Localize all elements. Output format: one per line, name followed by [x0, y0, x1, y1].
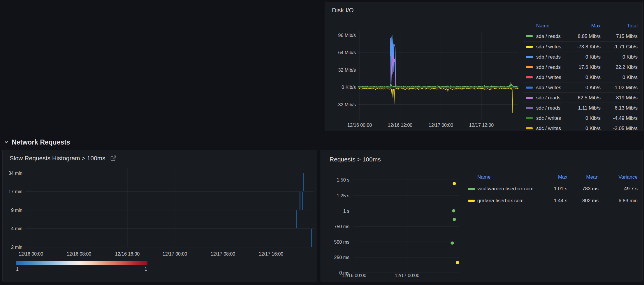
axis-tick-label: 9 min: [11, 208, 22, 213]
section-network-requests[interactable]: Network Requests: [3, 138, 70, 147]
series-max: 0 Kib/s: [585, 113, 601, 123]
legend-row[interactable]: sda / writes-73.8 Kib/s-1.71 Gib/s: [523, 41, 640, 52]
series-total: 22.2 Kib/s: [615, 62, 638, 72]
axis-tick-label: 12/17 16:00: [259, 251, 284, 256]
series-color-swatch: [526, 56, 533, 58]
requests-chart[interactable]: 1.50 s1.25 s1 s750 ms500 ms250 ms0 ms12/…: [321, 150, 642, 281]
axis-tick-label: 1 s: [343, 209, 349, 214]
series-total: 0 Kib/s: [622, 72, 638, 82]
legend-row[interactable]: sda / reads8.85 Mib/s715 Mib/s: [523, 31, 640, 41]
axis-tick-label: 34 min: [8, 171, 22, 176]
chevron-down-icon: [3, 139, 9, 145]
axis-tick-label: 64 Mib/s: [338, 50, 356, 55]
series-color-swatch: [526, 117, 533, 119]
axis-tick-label: 17 min: [8, 189, 22, 194]
series-variance: 49.7 s: [624, 183, 638, 195]
series-variance: 6.83 min: [619, 195, 638, 207]
series-total: -4.49 Mib/s: [613, 113, 638, 123]
series-mean: 783 ms: [582, 183, 599, 195]
color-scale-min: 1: [16, 267, 19, 272]
series-color-swatch: [468, 188, 475, 190]
series-name: sdb / writes: [536, 82, 561, 93]
series-total: -2.05 Mib/s: [613, 123, 638, 131]
heatmap-plot-area[interactable]: [25, 168, 314, 247]
series-color-swatch: [526, 127, 533, 129]
legend-row[interactable]: sdc / reads1.11 Mib/s6.13 Mib/s: [523, 103, 640, 113]
axis-tick-label: 12/17 00:00: [163, 251, 187, 256]
requests-legend: Name Max Mean Variance vaultwarden.tiser…: [465, 171, 641, 206]
series-mean: 802 ms: [582, 195, 599, 207]
axis-tick-label: 12/16 08:00: [67, 251, 92, 256]
axis-tick-label: 750 ms: [334, 224, 349, 229]
series-name: sdc / writes: [536, 123, 561, 131]
axis-tick-label: 250 ms: [334, 255, 349, 260]
dashboard: { "section": { "title": "Network Request…: [0, 0, 644, 285]
series-name: sda / writes: [536, 42, 561, 52]
series-max: 1.11 Mib/s: [578, 103, 601, 113]
legend-row[interactable]: sdb / reads17.6 Kib/s22.2 Kib/s: [523, 62, 640, 72]
legend-row[interactable]: grafana.tiserbox.com1.44 s802 ms6.83 min: [465, 195, 641, 206]
series-color-swatch: [526, 35, 533, 37]
requests-plot-area[interactable]: [353, 176, 459, 273]
series-max: 17.6 Kib/s: [578, 62, 601, 72]
series-total: 6.13 Mib/s: [615, 103, 638, 113]
axis-tick-label: 12/16 00:00: [19, 251, 43, 256]
series-max: 0 Kib/s: [585, 82, 601, 93]
series-total: 819 Mib/s: [616, 93, 638, 103]
series-color-swatch: [526, 66, 533, 68]
disk-legend-header-total[interactable]: Total: [627, 21, 638, 31]
requests-legend-header-max[interactable]: Max: [558, 171, 567, 183]
series-name: sdb / reads: [536, 62, 561, 72]
legend-row[interactable]: sdc / writes0 Kib/s-2.05 Mib/s: [523, 123, 640, 131]
requests-legend-header-mean[interactable]: Mean: [586, 171, 599, 183]
series-total: 715 Mib/s: [616, 31, 638, 41]
series-name: sdc / writes: [536, 113, 561, 123]
series-name: sdc / reads: [536, 93, 560, 103]
disk-legend-header: Name Max Total: [523, 21, 640, 31]
series-color-swatch: [526, 97, 533, 99]
legend-row[interactable]: sdb / writes0 Kib/s-1.02 Mib/s: [523, 82, 640, 92]
series-max: -73.8 Kib/s: [577, 42, 601, 52]
axis-tick-label: 12/17 00:00: [429, 123, 453, 128]
legend-row[interactable]: sdb / writes0 Kib/s0 Kib/s: [523, 72, 640, 82]
series-total: 0 Kib/s: [622, 52, 638, 62]
histogram-panel: Slow Requests Histogram > 100ms 34 min17…: [2, 150, 317, 282]
axis-tick-label: 12/16 00:00: [347, 123, 372, 128]
series-max: 0 Kib/s: [585, 52, 601, 62]
disk-legend-header-max[interactable]: Max: [591, 21, 601, 31]
legend-row[interactable]: vaultwarden.tiserbox.com1.01 s783 ms49.7…: [465, 183, 641, 195]
legend-row[interactable]: sdc / writes0 Kib/s-4.49 Mib/s: [523, 113, 640, 123]
requests-legend-header: Name Max Mean Variance: [465, 171, 641, 183]
series-name: sda / reads: [536, 31, 561, 41]
axis-tick-label: 12/16 12:00: [388, 123, 413, 128]
series-color-swatch: [468, 200, 475, 202]
requests-panel: Requests > 100ms 1.50 s1.25 s1 s750 ms50…: [321, 150, 643, 282]
axis-tick-label: 12/17 00:00: [395, 273, 420, 278]
axis-tick-label: 2 min: [11, 245, 22, 250]
series-name: vaultwarden.tiserbox.com: [477, 183, 534, 195]
disk-legend-header-name[interactable]: Name: [536, 21, 549, 31]
requests-legend-header-variance[interactable]: Variance: [618, 171, 638, 183]
series-name: sdb / reads: [536, 52, 561, 62]
axis-tick-label: 32 Mib/s: [338, 68, 356, 73]
series-name: grafana.tiserbox.com: [477, 195, 524, 207]
series-max: 0 Kib/s: [585, 123, 601, 131]
axis-tick-label: 4 min: [11, 226, 22, 231]
series-total: -1.02 Mib/s: [613, 82, 638, 93]
color-scale-max: 1: [145, 267, 147, 272]
series-max: 1.44 s: [554, 195, 567, 207]
series-color-swatch: [526, 46, 533, 48]
series-total: -1.71 Gib/s: [613, 42, 638, 52]
color-scale-bar: [16, 261, 147, 265]
axis-tick-label: 96 Mib/s: [338, 33, 356, 38]
series-max: 0 Kib/s: [585, 72, 601, 82]
disk-plot-area[interactable]: [358, 31, 518, 120]
series-color-swatch: [526, 107, 533, 109]
legend-row[interactable]: sdc / reads62.5 Mib/s819 Mib/s: [523, 92, 640, 103]
axis-tick-label: 12/16 16:00: [115, 251, 140, 256]
series-max: 62.5 Mib/s: [578, 93, 601, 103]
legend-row[interactable]: sdb / reads0 Kib/s0 Kib/s: [523, 52, 640, 62]
disk-io-panel: Disk I/O 96 Mib/s64 Mib/s32 Mib/s0 Kib/s…: [325, 2, 643, 131]
axis-tick-label: 12/17 12:00: [469, 123, 494, 128]
requests-legend-header-name[interactable]: Name: [477, 171, 490, 183]
